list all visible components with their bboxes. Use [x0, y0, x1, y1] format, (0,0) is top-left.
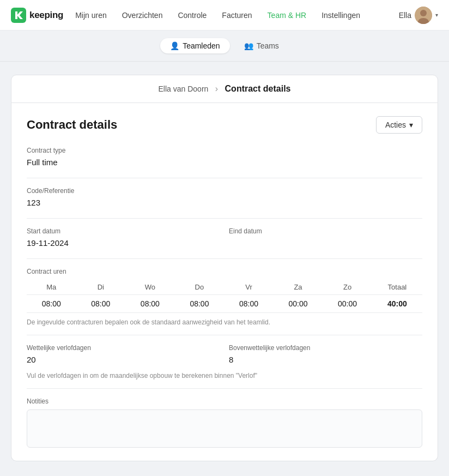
hours-values-row: 08:00 08:00 08:00 08:00 08:00 00:00 00:0…	[27, 295, 422, 313]
start-datum-value: 19-11-2024	[27, 238, 220, 250]
divider-5	[27, 388, 422, 389]
nav-mijn-uren[interactable]: Mijn uren	[68, 0, 114, 31]
acties-label: Acties	[385, 120, 406, 129]
contract-type-value: Full time	[27, 158, 422, 169]
contract-title: Contract details	[27, 118, 117, 132]
day-za: Za	[274, 280, 323, 295]
start-datum-section: Start datum 19-11-2024	[27, 227, 220, 250]
logo-icon	[11, 8, 26, 23]
subnav-teamleden[interactable]: 👤 Teamleden	[160, 38, 230, 53]
acties-button[interactable]: Acties ▾	[376, 116, 422, 134]
hours-do: 08:00	[175, 295, 225, 313]
start-datum-label: Start datum	[27, 227, 220, 235]
day-ma: Ma	[27, 280, 76, 295]
nav-links: Mijn uren Overzichten Controle Facturen …	[68, 0, 399, 31]
code-section: Code/Referentie 123	[27, 187, 422, 209]
nav-user-name: Ella	[399, 11, 411, 20]
eind-datum-section: Eind datum	[229, 227, 422, 250]
acties-chevron-icon: ▾	[409, 120, 413, 129]
hours-section: Contract uren Ma Di Wo Do Vr Za Zo Totaa…	[27, 268, 422, 326]
contract-type-label: Contract type	[27, 147, 422, 154]
logo-text: keeping	[29, 10, 63, 21]
wettelijk-verlof-section: Wettelijke verlofdagen 20	[27, 344, 220, 366]
eind-datum-value	[229, 238, 422, 240]
logo[interactable]: keeping	[11, 8, 63, 23]
nav-controle[interactable]: Controle	[170, 0, 214, 31]
nav-overzichten[interactable]: Overzichten	[114, 0, 171, 31]
divider-4	[27, 335, 422, 335]
hours-vr: 08:00	[224, 295, 274, 313]
day-wo: Wo	[125, 280, 175, 295]
teamleden-icon: 👤	[170, 41, 179, 50]
breadcrumb-parent[interactable]: Ella van Doorn	[159, 85, 209, 93]
chevron-down-icon: ▾	[435, 12, 438, 18]
nav-instellingen[interactable]: Instellingen	[314, 0, 368, 31]
breadcrumb-current: Contract details	[225, 84, 291, 93]
day-di: Di	[76, 280, 126, 295]
wettelijk-verlof-label: Wettelijke verlofdagen	[27, 344, 220, 352]
nav-right: Ella ▾	[399, 7, 438, 24]
code-value: 123	[27, 198, 422, 209]
divider-3	[27, 258, 422, 259]
subnav-teamleden-label: Teamleden	[183, 41, 220, 50]
bovenwettelijk-verlof-section: Bovenwettelijke verlofdagen 8	[229, 344, 422, 366]
subnav-teams-label: Teams	[257, 41, 279, 50]
notities-section: Notities	[27, 397, 422, 448]
hours-info-text: De ingevulde contracturen bepalen ook de…	[27, 318, 422, 326]
svg-point-2	[420, 10, 427, 16]
notities-area[interactable]	[27, 409, 422, 448]
code-label: Code/Referentie	[27, 187, 422, 195]
main-content: Ella van Doorn › Contract details Contra…	[0, 62, 449, 474]
day-vr: Vr	[224, 280, 274, 295]
avatar	[415, 7, 432, 24]
hours-wo: 08:00	[125, 295, 175, 313]
bovenwettelijk-verlof-value: 8	[229, 355, 422, 366]
hours-zo: 00:00	[323, 295, 372, 313]
hours-di: 08:00	[76, 295, 126, 313]
verlof-info-text: Vul de verlofdagen in om de maandelijkse…	[27, 372, 422, 379]
bovenwettelijk-verlof-label: Bovenwettelijke verlofdagen	[229, 344, 422, 352]
breadcrumb: Ella van Doorn › Contract details	[11, 75, 438, 103]
day-do: Do	[175, 280, 225, 295]
verlof-section: Wettelijke verlofdagen 20 Bovenwettelijk…	[27, 344, 422, 366]
hours-za: 00:00	[274, 295, 323, 313]
hours-header-row: Ma Di Wo Do Vr Za Zo Totaal	[27, 280, 422, 295]
contract-type-section: Contract type Full time	[27, 147, 422, 169]
day-zo: Zo	[323, 280, 372, 295]
divider-1	[27, 178, 422, 178]
nav-user[interactable]: Ella ▾	[399, 7, 438, 24]
wettelijk-verlof-value: 20	[27, 355, 220, 366]
subnav-teams[interactable]: 👥 Teams	[234, 38, 289, 53]
notities-label: Notities	[27, 397, 422, 405]
datum-section: Start datum 19-11-2024 Eind datum	[27, 227, 422, 250]
subnav: 👤 Teamleden 👥 Teams	[0, 31, 449, 62]
contract-header: Contract details Acties ▾	[27, 116, 422, 134]
hours-ma: 08:00	[27, 295, 76, 313]
day-totaal: Totaal	[372, 280, 422, 295]
nav-team-hr[interactable]: Team & HR	[260, 0, 314, 31]
hours-label: Contract uren	[27, 268, 422, 275]
navbar: keeping Mijn uren Overzichten Controle F…	[0, 0, 449, 31]
contract-card: Contract details Acties ▾ Contract type …	[11, 103, 438, 461]
nav-facturen[interactable]: Facturen	[214, 0, 259, 31]
hours-table: Ma Di Wo Do Vr Za Zo Totaal 08:00 08:00	[27, 280, 422, 313]
eind-datum-label: Eind datum	[229, 227, 422, 235]
hours-totaal: 40:00	[372, 295, 422, 313]
divider-2	[27, 218, 422, 219]
breadcrumb-separator: ›	[215, 84, 221, 93]
teams-icon: 👥	[244, 41, 253, 50]
